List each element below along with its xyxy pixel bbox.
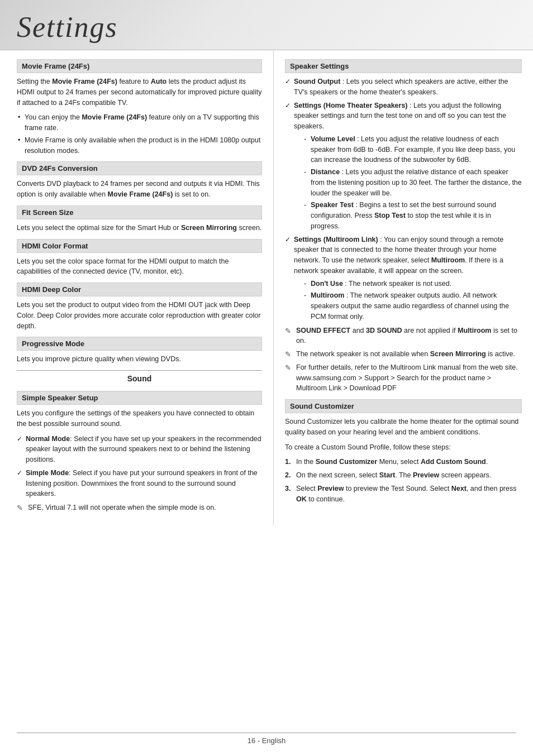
bullet-item: Movie Frame is only available when the p… <box>17 135 262 156</box>
hdmi-deep-header: HDMI Deep Color <box>17 283 262 296</box>
note-item: The network speaker is not available whe… <box>285 349 522 360</box>
movie-frame-content: Setting the Movie Frame (24Fs) feature t… <box>17 76 262 108</box>
simple-speaker-content: Lets you configure the settings of the s… <box>17 408 262 429</box>
left-column: Movie Frame (24Fs) Setting the Movie Fra… <box>0 50 274 525</box>
page-number: 16 - English <box>248 736 286 745</box>
dash-item: Speaker Test : Begins a test to set the … <box>303 200 522 231</box>
check-item: Simple Mode: Select if you have put your… <box>17 468 262 499</box>
speaker-settings-notes: SOUND EFFECT and 3D SOUND are not applie… <box>285 326 522 394</box>
hdmi-deep-content: Lets you set the product to output video… <box>17 300 262 331</box>
sound-customizer-content2: To create a Custom Sound Profile, follow… <box>285 442 522 453</box>
note-item: SOUND EFFECT and 3D SOUND are not applie… <box>285 326 522 347</box>
hdmi-color-header: HDMI Color Format <box>17 239 262 253</box>
dvd-24fs-content: Converts DVD playback to 24 frames per s… <box>17 179 262 200</box>
dash-item: Volume Level : Lets you adjust the relat… <box>303 134 522 165</box>
home-theater-dash-list: Volume Level : Lets you adjust the relat… <box>303 134 522 232</box>
fit-screen-header: Fit Screen Size <box>17 205 262 219</box>
step-item: 2.On the next screen, select Start. The … <box>285 470 522 481</box>
simple-speaker-header: Simple Speaker Setup <box>17 391 262 405</box>
simple-speaker-checklist: Normal Mode: Select if you have set up y… <box>17 434 262 500</box>
sound-customizer-header: Sound Customizer <box>285 399 522 413</box>
speaker-settings-header: Speaker Settings <box>285 59 522 73</box>
progressive-content: Lets you improve picture quality when vi… <box>17 354 262 365</box>
multiroom-dash-list: Don't Use : The network speaker is not u… <box>303 279 522 322</box>
page-title: Settings <box>17 11 118 44</box>
hdmi-color-content: Lets you set the color space format for … <box>17 256 262 277</box>
dash-item: Multiroom : The network speaker outputs … <box>303 290 522 322</box>
movie-frame-bullets: You can enjoy the Movie Frame (24Fs) fea… <box>17 112 262 156</box>
progressive-header: Progressive Mode <box>17 337 262 351</box>
fit-screen-content: Lets you select the optimal size for the… <box>17 223 262 233</box>
movie-frame-header: Movie Frame (24Fs) <box>17 59 262 73</box>
simple-speaker-notes: SFE, Virtual 7.1 will not operate when t… <box>17 503 262 513</box>
dash-item: Distance : Lets you adjust the relative … <box>303 167 522 198</box>
step-item: 3.Select Preview to preview the Test Sou… <box>285 484 522 505</box>
right-column: Speaker Settings Sound Output : Lets you… <box>274 50 533 525</box>
check-item: Sound Output : Lets you select which spe… <box>285 76 522 98</box>
sound-divider: Sound <box>17 370 262 385</box>
page-header: Settings <box>0 0 533 50</box>
speaker-settings-checklist: Sound Output : Lets you select which spe… <box>285 76 522 322</box>
dvd-24fs-header: DVD 24Fs Conversion <box>17 161 262 175</box>
footer-line: 16 - English <box>17 733 516 745</box>
check-item: Settings (Home Theater Speakers) : Lets … <box>285 101 522 232</box>
note-item: SFE, Virtual 7.1 will not operate when t… <box>17 503 262 513</box>
check-item: Settings (Multiroom Link) : You can enjo… <box>285 235 522 322</box>
page-footer: 16 - English <box>0 733 533 745</box>
step-item: 1.In the Sound Customizer Menu, select A… <box>285 457 522 467</box>
main-content: Movie Frame (24Fs) Setting the Movie Fra… <box>0 50 533 525</box>
bullet-item: You can enjoy the Movie Frame (24Fs) fea… <box>17 112 262 133</box>
sound-customizer-content1: Sound Customizer lets you calibrate the … <box>285 417 522 438</box>
check-item: Normal Mode: Select if you have set up y… <box>17 434 262 465</box>
dash-item: Don't Use : The network speaker is not u… <box>303 279 522 289</box>
sound-customizer-steps: 1.In the Sound Customizer Menu, select A… <box>285 457 522 504</box>
note-item: For further details, refer to the Multir… <box>285 362 522 394</box>
